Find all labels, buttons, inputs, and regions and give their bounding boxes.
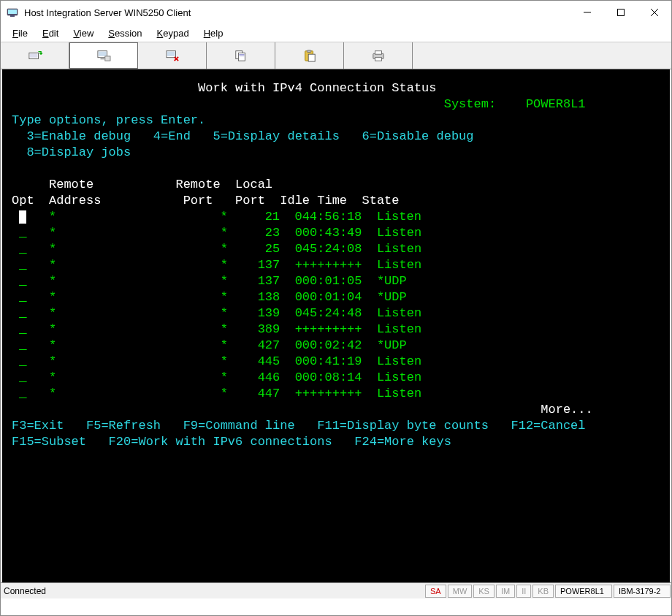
toolbar-disconnect-button[interactable] (138, 42, 207, 69)
table-row: _ * * 137 +++++++++ Listen (12, 257, 660, 273)
svg-rect-14 (239, 54, 244, 55)
svg-rect-20 (375, 51, 381, 55)
app-icon (7, 7, 18, 18)
statusbar: Connected SA MW KS IM II KB POWER8L1 IBM… (1, 582, 671, 598)
svg-rect-18 (308, 54, 315, 61)
input-cursor[interactable] (19, 210, 26, 224)
close-button[interactable] (638, 1, 671, 24)
table-row: _ * * 389 +++++++++ Listen (12, 322, 660, 338)
session-icon (96, 49, 112, 62)
paste-icon (302, 49, 318, 62)
copy-icon (233, 49, 249, 62)
status-indicator-kb: KB (532, 585, 554, 598)
menu-file[interactable]: File (5, 26, 35, 40)
svg-rect-15 (239, 56, 244, 56)
table-row: _ * * 137 000:01:05 *UDP (12, 273, 660, 289)
table-row: _ * * 447 +++++++++ Listen (12, 386, 660, 402)
maximize-button[interactable] (604, 1, 638, 24)
menu-help[interactable]: Help (196, 26, 231, 40)
svg-rect-17 (307, 50, 310, 53)
toolbar-copy-button[interactable] (207, 42, 275, 69)
toolbar-paste-button[interactable] (275, 42, 344, 69)
table-row: _ * * 23 000:43:49 Listen (12, 225, 660, 241)
disconnect-icon (164, 49, 180, 62)
connect-icon (27, 49, 43, 62)
svg-rect-13 (238, 53, 245, 61)
status-indicator-ks: KS (473, 585, 495, 598)
svg-rect-3 (618, 9, 625, 16)
status-indicator-mw: MW (448, 585, 473, 598)
window-controls (570, 1, 671, 24)
svg-rect-5 (29, 53, 37, 57)
toolbar-print-button[interactable] (344, 42, 413, 69)
terminal-container: Work with IPv4 Connection Status System:… (2, 69, 670, 582)
menu-session[interactable]: Session (101, 26, 149, 40)
table-row: _ * * 139 045:24:48 Listen (12, 305, 660, 322)
table-row: _ * * 445 000:41:19 Listen (12, 354, 660, 370)
table-row: _ * * 25 045:24:08 Listen (12, 241, 660, 257)
svg-rect-7 (99, 52, 107, 56)
svg-rect-1 (8, 9, 17, 14)
toolbar (1, 42, 671, 69)
svg-rect-8 (101, 58, 104, 60)
titlebar: Host Integration Server WIN5250 Client (1, 1, 671, 24)
svg-rect-9 (105, 56, 110, 61)
status-indicator-im: IM (496, 585, 515, 598)
svg-rect-11 (167, 52, 175, 56)
table-row: _ * * 446 000:08:14 Listen (12, 370, 660, 386)
toolbar-connect-button[interactable] (1, 42, 69, 69)
terminal-screen[interactable]: Work with IPv4 Connection Status System:… (3, 70, 669, 582)
menu-keypad[interactable]: Keypad (150, 26, 196, 40)
table-row: * * 21 044:56:18 Listen (12, 209, 660, 225)
window-title: Host Integration Server WIN5250 Client (24, 7, 570, 18)
minimize-button[interactable] (570, 1, 604, 24)
menubar: File Edit View Session Keypad Help (1, 24, 671, 42)
table-row: _ * * 138 000:01:04 *UDP (12, 289, 660, 305)
print-icon (370, 49, 386, 62)
table-row: _ * * 427 000:02:42 *UDP (12, 338, 660, 354)
svg-rect-2 (10, 15, 15, 17)
status-indicator-sa: SA (425, 585, 446, 598)
status-connection: Connected (1, 586, 424, 596)
status-system: POWER8L1 (555, 585, 612, 598)
status-indicator-ii: II (516, 585, 531, 598)
menu-view[interactable]: View (66, 26, 101, 40)
status-terminal-type: IBM-3179-2 (614, 585, 671, 598)
menu-edit[interactable]: Edit (35, 26, 66, 40)
svg-rect-21 (375, 58, 381, 61)
toolbar-session-button[interactable] (69, 42, 138, 69)
